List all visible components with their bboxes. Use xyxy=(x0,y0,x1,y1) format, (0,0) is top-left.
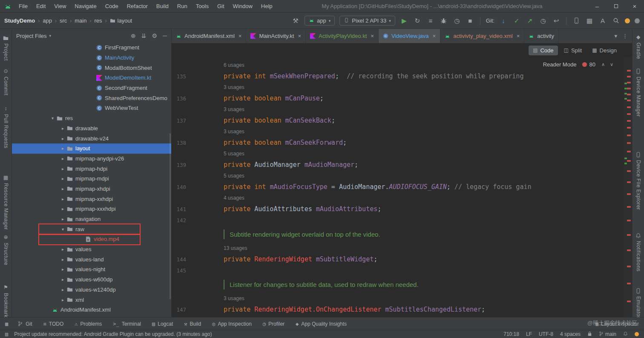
tree-item-webviewtest[interactable]: CWebViewTest xyxy=(12,103,171,113)
tool-button-resource-manager[interactable]: ▦Resource Manager xyxy=(0,175,12,230)
tree-item-values-w1240dp[interactable]: ▸values-w1240dp xyxy=(12,285,171,295)
chevron-down-icon[interactable]: ▾ xyxy=(60,227,66,232)
run-icon[interactable]: ▶ xyxy=(400,17,408,25)
menu-git[interactable]: Git xyxy=(213,2,228,11)
tool-button-device-manager[interactable]: Device Manager xyxy=(632,68,644,117)
chevron-right-icon[interactable]: ▸ xyxy=(60,277,66,282)
tool-window-switcher-icon[interactable]: ▦ xyxy=(5,321,8,327)
menu-file[interactable]: File xyxy=(15,2,32,11)
chevron-right-icon[interactable]: ▸ xyxy=(60,206,66,211)
code-line-140[interactable]: 140private int mAudioFocusType = AudioMa… xyxy=(172,181,632,192)
profiler-action-icon[interactable]: ◷ xyxy=(453,17,461,25)
tree-item-values-land[interactable]: ▸values-land xyxy=(12,254,171,264)
layout-inspector-action-icon[interactable]: ▦ xyxy=(585,17,594,25)
git-history-icon[interactable]: ◷ xyxy=(539,17,547,25)
tree-item-mipmap-xxxhdpi[interactable]: ▸mipmap-xxxhdpi xyxy=(12,204,171,214)
tool-button-emulator[interactable]: Emulator xyxy=(632,288,644,317)
tool-button-structure[interactable]: ⊕Structure xyxy=(0,234,12,265)
git-rollback-icon[interactable]: ↩ xyxy=(552,17,561,25)
tool-button-gradle[interactable]: ◆Gradle xyxy=(632,34,644,59)
code-line-138[interactable]: 138private boolean mCanSeekForward; xyxy=(172,137,632,148)
tool-button-logcat[interactable]: ▤Logcat xyxy=(152,321,173,327)
locate-file-icon[interactable]: ⊕ xyxy=(131,32,136,39)
tree-item-mipmap-xhdpi[interactable]: ▸mipmap-xhdpi xyxy=(12,184,171,194)
minimize-button[interactable]: – xyxy=(588,0,607,13)
tool-button-app-inspection[interactable]: ◎App Inspection xyxy=(212,321,252,327)
tree-item-xml[interactable]: ▸xml xyxy=(12,295,171,305)
tree-item-firstfragment[interactable]: CFirstFragment xyxy=(12,43,171,53)
tool-button-device-file-explorer[interactable]: Device File Explorer xyxy=(632,152,644,210)
view-mode-split[interactable]: ◫Split xyxy=(560,46,586,55)
chevron-right-icon[interactable]: ▸ xyxy=(60,217,66,221)
cursor-position[interactable]: 710:18 xyxy=(503,331,519,337)
usage-hint[interactable]: 4 usages xyxy=(224,195,244,201)
close-tab-icon[interactable]: × xyxy=(433,33,436,39)
menu-build[interactable]: Build xyxy=(152,2,172,11)
chevron-right-icon[interactable]: ▸ xyxy=(60,257,66,262)
hidden-tabs-icon[interactable]: ▾ xyxy=(614,33,617,39)
event-indicator-icon[interactable] xyxy=(635,332,639,336)
menu-tools[interactable]: Tools xyxy=(192,2,213,11)
settings-gear-icon[interactable]: ⚙ xyxy=(152,32,158,39)
menu-run[interactable]: Run xyxy=(173,2,191,11)
tool-button-profiler[interactable]: ◷Profiler xyxy=(263,321,285,327)
tool-button-bookmarks[interactable]: ⚑Bookmarks xyxy=(0,284,12,317)
tree-item-res[interactable]: ▾res xyxy=(12,113,171,123)
project-files-selector[interactable]: Project Files ▾ xyxy=(16,33,51,39)
menu-help[interactable]: Help xyxy=(257,2,276,11)
profile-avatar-icon[interactable] xyxy=(635,18,640,23)
tree-item-androidmanifest-xml[interactable]: AndroidManifest.xml xyxy=(12,305,171,315)
hide-panel-icon[interactable]: ─ xyxy=(163,32,167,39)
git-update-icon[interactable]: ↓ xyxy=(499,17,508,24)
chevron-right-icon[interactable]: ▸ xyxy=(60,267,66,272)
breadcrumb-res[interactable]: res xyxy=(94,17,102,24)
chevron-right-icon[interactable]: ▸ xyxy=(60,126,66,131)
chevron-right-icon[interactable]: ▸ xyxy=(60,197,66,201)
readonly-lock-icon[interactable] xyxy=(587,331,592,338)
device-mirroring-icon[interactable] xyxy=(572,17,581,24)
code-line-135[interactable]: 135private int mSeekWhenPrepared; // rec… xyxy=(172,71,632,82)
breadcrumb-src[interactable]: src xyxy=(60,17,67,24)
upgrade-notification-icon[interactable] xyxy=(625,18,630,23)
next-error-icon[interactable]: ∨ xyxy=(610,62,613,67)
chevron-down-icon[interactable]: ▾ xyxy=(49,116,56,120)
usage-hint[interactable]: 6 usages xyxy=(224,62,244,68)
tab-activivty-play-video-xml[interactable]: activivty_play_video.xml× xyxy=(440,29,524,43)
apply-code-changes-icon[interactable]: ≡ xyxy=(426,17,435,24)
code-line-136[interactable]: 136private boolean mCanPause; xyxy=(172,93,632,104)
chevron-right-icon[interactable]: ▸ xyxy=(60,136,66,141)
collapse-all-icon[interactable]: ⇊ xyxy=(141,32,147,39)
tab-activityplayvideo-kt[interactable]: ActivityPlayVideo.kt× xyxy=(306,29,379,43)
run-config-selector[interactable]: app▾ xyxy=(305,16,335,26)
status-message[interactable]: Project update recommended: Android Grad… xyxy=(14,331,212,337)
chevron-right-icon[interactable]: ▸ xyxy=(60,287,66,292)
close-tab-icon[interactable]: × xyxy=(239,33,242,39)
tree-item-raw[interactable]: ▾raw xyxy=(12,224,171,234)
tool-button-git[interactable]: Git xyxy=(17,321,32,327)
line-ending[interactable]: LF xyxy=(526,331,532,337)
tree-item-mainactivity[interactable]: CMainActivity xyxy=(12,53,171,63)
tab-mainactivity-kt[interactable]: MainActivity.kt× xyxy=(246,29,306,43)
usage-hint[interactable]: 5 usages xyxy=(224,151,244,157)
code-line-145[interactable]: 145 xyxy=(172,265,632,276)
tool-button-problems[interactable]: ⚠Problems xyxy=(75,321,102,327)
tool-button-todo[interactable]: ≡TODO xyxy=(43,321,64,327)
prev-error-icon[interactable]: ∧ xyxy=(601,62,605,67)
tree-item-modeldemoitem-kt[interactable]: ModelDemoItem.kt xyxy=(12,73,171,83)
tool-button-commit[interactable]: ⊙Commit xyxy=(0,68,12,95)
tree-item-mipmap-mdpi[interactable]: ▸mipmap-mdpi xyxy=(12,174,171,184)
chevron-right-icon[interactable]: ▸ xyxy=(60,186,66,191)
close-tab-icon[interactable]: × xyxy=(371,33,374,39)
chevron-right-icon[interactable]: ▸ xyxy=(60,298,66,302)
tree-item-secondfragment[interactable]: CSecondFragment xyxy=(12,83,171,93)
close-tab-icon[interactable]: × xyxy=(298,33,301,39)
tree-item-values[interactable]: ▸values xyxy=(12,244,171,255)
tree-item-mipmap-hdpi[interactable]: ▸mipmap-hdpi xyxy=(12,163,171,174)
notifications-bell-icon[interactable] xyxy=(623,331,628,338)
tree-item-mipmap-anydpi-v26[interactable]: ▸mipmap-anydpi-v26 xyxy=(12,154,171,164)
code-editor[interactable]: 6 usages135private int mSeekWhenPrepared… xyxy=(172,57,632,315)
tree-item-layout[interactable]: ▸layout xyxy=(12,143,171,154)
chevron-right-icon[interactable]: ▸ xyxy=(60,176,66,181)
chevron-right-icon[interactable]: ▸ xyxy=(60,247,66,252)
tab-videoview-java[interactable]: CVideoView.java× xyxy=(379,29,440,43)
